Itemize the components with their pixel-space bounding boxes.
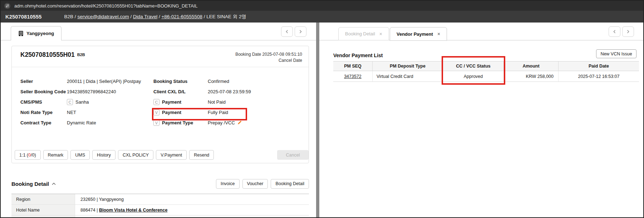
field-label: Payment [162,99,181,105]
header-paid-date: Paid Date [559,61,639,71]
tab-vendor-payment[interactable]: Vendor Payment × [390,27,447,41]
row-label: Hotel Name [11,205,75,215]
booking-detail-button[interactable]: Booking Detail [271,179,309,189]
field-label: Noti Rate Type [20,110,67,115]
row-value: 886474 | Bloom Vista Hotel & Conference [75,205,309,215]
app-window: adm.ohmyhotel.com/reservation/hotel/K250… [0,0,644,218]
field-value: Dynamic Rate [67,120,96,125]
booking-meta: B2B / service@didatravel.com / Dida Trav… [64,14,246,20]
pm-seq-link[interactable]: 3473572 [344,74,362,79]
url-text[interactable]: adm.ohmyhotel.com/reservation/hotel/K250… [14,3,197,9]
field-value: 200011 | Dida | Seller(API) |Postpay [67,79,141,84]
voucher-button[interactable]: Voucher [242,179,268,189]
close-tab-icon[interactable]: × [437,31,440,36]
header-cc-vcc-status: CC / VCC Status [443,61,504,71]
client-payment-chip: C [153,99,159,105]
field-label: CMS/PMS [20,99,67,105]
header-pm-seq: PM SEQ [333,61,373,71]
field-value: NET [67,110,76,115]
edit-payment-type-icon[interactable] [237,120,242,126]
right-pane-prev-button[interactable] [609,26,620,37]
site-settings-icon[interactable] [4,3,10,9]
payment-type-chip: V [153,120,159,126]
booking-detail-heading[interactable]: Booking Detail [11,181,56,187]
booking-date: Booking Date 2025-07-08 09:51:10 [235,51,302,58]
cxl-policy-button[interactable]: CXL POLICY [118,150,153,160]
booking-dates: Booking Date 2025-07-08 09:51:10 Cancel … [235,51,302,67]
field-label: Seller Booking Code [20,89,67,94]
seller-email-link[interactable]: service@didatravel.com [77,14,129,19]
field-label: Seller [20,79,67,84]
ums-button[interactable]: UMS [70,150,90,160]
remark-button[interactable]: Remark [43,150,68,160]
booking-number: K25070810555 [5,14,42,20]
pane-splitter[interactable] [316,23,319,218]
table-header-row: PM SEQ PM Deposit Type CC / VCC Status A… [333,61,639,71]
right-pane-next-button[interactable] [622,26,634,37]
left-pane-next-button[interactable] [295,26,306,37]
field-label: Client CXL D/L [153,89,208,94]
cell-vcc-status: Approved [443,71,504,81]
card-action-buttons: 1:1 (0/0) Remark UMS History CXL POLICY … [15,150,214,160]
table-row: Hotel Name 886474 | Bloom Vista Hotel & … [11,205,309,215]
phone-link[interactable]: +86-021-60555508 [161,14,202,19]
b2b-badge: B2B [77,53,85,57]
booking-detail-buttons: Invoice Voucher Booking Detail [216,179,309,189]
tab-yangpyeong[interactable]: Yangpyeong [11,26,62,40]
field-label: Payment [162,110,181,115]
vendor-payment-chip: V [153,109,159,115]
field-label: Payment Type [162,120,193,125]
client-payment-status: Not Paid [208,99,226,105]
cell-paid-date: 2025-07-12 16:53:07 [559,71,639,81]
agency-link[interactable]: Dida Travel [133,14,157,19]
field-label: Contract Type [20,120,67,125]
tab-booking-detail[interactable]: Booking Detail × [338,27,389,40]
guest-name: LEE SINAE 외 2명 [206,14,246,19]
new-vcn-issue-button[interactable]: New VCN Issue [596,49,636,58]
booking-header-bar: K25070810555 B2B / service@didatravel.co… [1,11,643,23]
header-pm-deposit-type: PM Deposit Type [373,61,443,71]
field-label: Booking Status [153,79,208,84]
cell-amount: KRW 258,000 [504,71,559,81]
cancel-date: Cancel Date [235,58,302,64]
cms-chip: C [67,99,73,105]
row-value: 232650 | Yangpyeong [75,194,309,204]
ratio-button[interactable]: 1:1 (0/0) [15,150,41,160]
vendor-payment-list-heading: Vendor Payment List [333,53,383,58]
tab-yangpyeong-label: Yangpyeong [26,31,54,36]
vendor-payment-status: Fully Paid [208,110,228,115]
close-tab-icon[interactable]: × [379,31,382,36]
table-row: 3473572 Virtual Credit Card Approved KRW… [333,71,639,82]
hotel-name-link[interactable]: Bloom Vista Hotel & Conference [99,208,167,213]
cell-deposit-type: Virtual Credit Card [373,71,443,81]
field-value: Confirmed [208,79,229,84]
history-button[interactable]: History [92,150,115,160]
header-amount: Amount [504,61,559,71]
hotel-building-icon [18,31,24,36]
payment-type-value: Prepay /VCC [208,120,235,125]
booking-code-title: K25070810555H01B2B [20,51,85,67]
booking-detail-table: Region 232650 | Yangpyeong Hotel Name 88… [11,194,309,218]
row-label: Region [11,194,75,204]
field-value: 2025-07-08 23:59:59 [208,89,251,94]
booking-fields: Seller200011 | Dida | Seller(API) |Postp… [20,76,304,128]
invoice-button[interactable]: Invoice [216,179,240,189]
field-value: Sanha [75,99,89,105]
cancel-button[interactable]: Cancel [277,150,309,160]
browser-url-bar[interactable]: adm.ohmyhotel.com/reservation/hotel/K250… [1,1,643,11]
table-row-partial [11,215,309,218]
left-pane-prev-button[interactable] [281,26,293,37]
channel-label: B2B [64,14,74,19]
field-value: 1942385927896842240 [67,89,116,94]
v-payment-button[interactable]: V.Payment [156,150,187,160]
resend-button[interactable]: Resend [189,150,214,160]
vendor-payment-table: PM SEQ PM Deposit Type CC / VCC Status A… [333,61,639,82]
collapse-chevron-icon[interactable] [52,183,56,185]
booking-summary-card: K25070810555H01B2B Booking Date 2025-07-… [11,46,309,163]
table-row: Region 232650 | Yangpyeong [11,194,309,205]
